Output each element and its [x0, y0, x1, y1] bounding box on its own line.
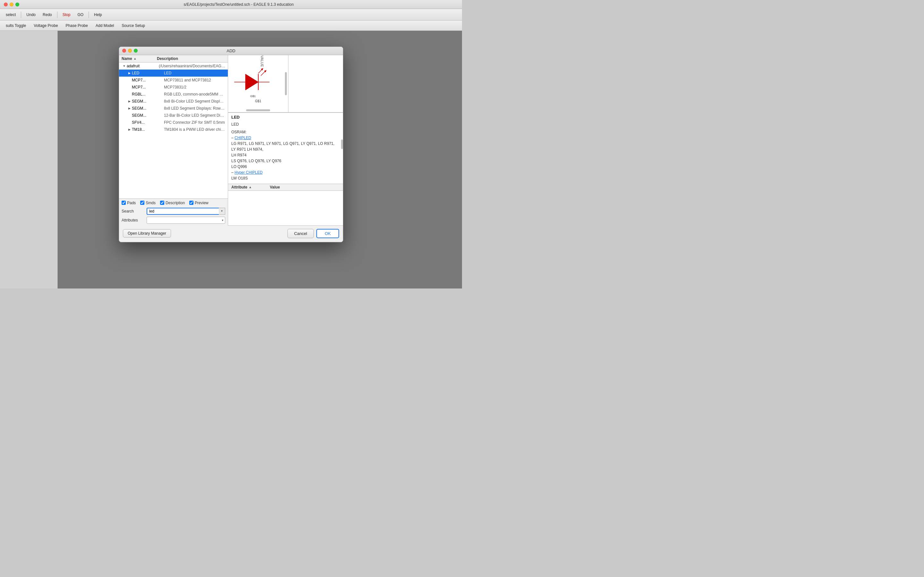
- chipled-link[interactable]: CHIPLED: [234, 135, 251, 140]
- tree-item-segm2[interactable]: ▶ SEGM... 8x8 LED Segment Displays: Row …: [119, 105, 228, 112]
- tree-item-tm18-name: TM18...: [132, 127, 164, 132]
- dialog-title: ADD: [226, 48, 235, 53]
- desc-line-2: LG R971, LG N971, LY N971, LG Q971, LY Q…: [231, 141, 340, 152]
- symbol-preview: G$1 >VALUE G$1: [228, 55, 288, 113]
- tree-item-tm18[interactable]: ▶ TM18... TM1804 is a PWM LED driver chi…: [119, 126, 228, 133]
- tree-item-segm1-name: SEGM...: [132, 99, 164, 103]
- desc-line-0: OSRAM:: [231, 129, 340, 135]
- tree-item-segm1-desc: 8x8 Bi-Color LED Segment Displays: Row =…: [164, 99, 225, 103]
- tree-desc-col-header: Description: [157, 56, 225, 61]
- tree-expand-led[interactable]: ▶: [127, 71, 132, 76]
- search-row: Search ▼: [121, 208, 225, 215]
- attr-value-col: Value: [270, 185, 340, 189]
- dialog-minimize-btn[interactable]: [128, 49, 132, 53]
- tree-item-mcp2-desc: MCP73831/2: [164, 85, 225, 89]
- tree-expand-segm2[interactable]: ▶: [127, 106, 132, 111]
- cancel-button[interactable]: Cancel: [288, 229, 314, 238]
- tree-item-led[interactable]: ▶ LED LED: [119, 69, 228, 77]
- preview-hscrollbar[interactable]: [246, 109, 270, 111]
- filter-checkboxes: Pads Smds Description Preview: [121, 201, 225, 205]
- preview-vscrollbar[interactable]: [285, 72, 287, 95]
- tree-item-sfv4[interactable]: ▶ SFV4... FPC Connector ZIF for SMT 0.5m…: [119, 119, 228, 126]
- pads-checkbox[interactable]: [121, 201, 126, 205]
- tree-header: Name ▲ Description: [119, 55, 228, 63]
- tree-item-adafruit-name: adafruit: [127, 64, 159, 68]
- description-panel: LED LED OSRAM: – CHIPLED LG R971, LG N97…: [228, 113, 343, 184]
- tree-item-tm18-desc: TM1804 is a PWM LED driver chip with man…: [164, 127, 225, 132]
- dialog-action-buttons: Cancel OK: [288, 229, 339, 238]
- tree-item-rgbl-desc: RGB LED, common-anode5MM Staggered pins5…: [164, 92, 225, 97]
- desc-scrollbar-thumb[interactable]: [341, 139, 343, 149]
- tree-item-led-name: LED: [132, 71, 164, 75]
- value-label: >VALUE: [260, 55, 264, 67]
- attributes-panel: Attribute ▲ Value: [228, 184, 343, 226]
- tree-item-rgbl-name: RGBL...: [132, 92, 164, 97]
- smds-checkbox-label[interactable]: Smds: [140, 201, 156, 205]
- svg-marker-2: [246, 74, 258, 90]
- attr-sort-icon: ▲: [249, 185, 252, 189]
- open-library-manager-button[interactable]: Open Library Manager: [123, 229, 171, 237]
- tree-item-mcp1-name: MCP7...: [132, 78, 164, 82]
- attr-table-header: Attribute ▲ Value: [228, 184, 343, 191]
- tree-item-segm1[interactable]: ▶ SEGM... 8x8 Bi-Color LED Segment Displ…: [119, 98, 228, 105]
- preview-right-panel: [288, 55, 343, 113]
- desc-line-4: LS Q976, LO Q976, LY Q976: [231, 158, 340, 164]
- attributes-select-container: ▼: [147, 217, 225, 224]
- desc-line-6: – Hyper CHIPLED: [231, 169, 340, 175]
- desc-title: LED: [228, 113, 343, 120]
- tree-expand-tm18[interactable]: ▶: [127, 127, 132, 132]
- tree-item-segm3-desc: 12-Bar Bi-Color LED Segment Displays: Ro…: [164, 113, 225, 118]
- tree-expand-adafruit[interactable]: ▼: [121, 63, 127, 69]
- attr-name-col: Attribute ▲: [231, 185, 270, 189]
- pads-checkbox-label[interactable]: Pads: [121, 201, 136, 205]
- description-checkbox[interactable]: [160, 201, 164, 205]
- preview-area: G$1 >VALUE G$1: [228, 55, 343, 113]
- search-dropdown-btn[interactable]: ▼: [219, 208, 225, 215]
- dialog-titlebar: ADD: [119, 47, 343, 55]
- attributes-label: Attributes: [121, 218, 144, 222]
- component-tree-panel: Name ▲ Description ▼ adafruit (/Users/re…: [119, 55, 228, 226]
- search-input[interactable]: [147, 208, 225, 215]
- tree-item-segm2-desc: 8x8 LED Segment Displays: Row = Cathode: [164, 106, 225, 111]
- description-checkbox-label[interactable]: Description: [160, 201, 185, 205]
- preview-bottom-border: [228, 112, 343, 113]
- desc-subtitle: LED: [231, 121, 340, 127]
- right-panel: G$1 >VALUE G$1: [228, 55, 343, 226]
- tree-content[interactable]: ▼ adafruit (/Users/rehaanirani/Documents…: [119, 63, 228, 198]
- preview-checkbox-label[interactable]: Preview: [189, 201, 208, 205]
- tree-expand-segm1[interactable]: ▶: [127, 99, 132, 104]
- dialog-body: Name ▲ Description ▼ adafruit (/Users/re…: [119, 55, 343, 226]
- desc-line-3: LH R974: [231, 152, 340, 158]
- tree-item-mcp2[interactable]: ▶ MCP7... MCP73831/2: [119, 84, 228, 91]
- sort-arrow-icon: ▲: [134, 57, 137, 60]
- modal-overlay: ADD Name ▲ Description ▼ adafruit: [0, 0, 462, 288]
- add-dialog: ADD Name ▲ Description ▼ adafruit: [119, 47, 343, 242]
- tree-item-segm3[interactable]: ▶ SEGM... 12-Bar Bi-Color LED Segment Di…: [119, 112, 228, 119]
- tree-item-sfv4-name: SFV4...: [132, 120, 164, 125]
- hyper-chipled-link[interactable]: Hyper CHIPLED: [234, 170, 262, 175]
- dialog-traffic-lights[interactable]: [122, 49, 137, 53]
- search-input-container: ▼: [147, 208, 225, 215]
- tree-item-adafruit[interactable]: ▼ adafruit (/Users/rehaanirani/Documents…: [119, 63, 228, 69]
- attributes-select[interactable]: [147, 217, 225, 224]
- desc-line-7: LW O18S: [231, 175, 340, 181]
- tree-item-mcp1-desc: MCP73811 and MCP73812: [164, 78, 225, 82]
- tree-item-rgbl[interactable]: ▶ RGBL... RGB LED, common-anode5MM Stagg…: [119, 91, 228, 98]
- dialog-footer: Open Library Manager Cancel OK: [119, 226, 343, 242]
- search-label: Search: [121, 209, 144, 213]
- dialog-maximize-btn[interactable]: [134, 49, 137, 53]
- desc-content[interactable]: LED OSRAM: – CHIPLED LG R971, LG N971, L…: [228, 120, 343, 184]
- ok-button[interactable]: OK: [317, 229, 339, 238]
- tree-item-mcp1[interactable]: ▶ MCP7... MCP73811 and MCP73812: [119, 77, 228, 84]
- tree-item-adafruit-desc: (/Users/rehaanirani/Documents/EAGLE/libr…: [159, 64, 225, 68]
- tree-item-led-desc: LED: [164, 71, 225, 75]
- preview-checkbox[interactable]: [189, 201, 194, 205]
- tree-item-sfv4-desc: FPC Connector ZIF for SMT 0.5mm: [164, 120, 225, 125]
- dialog-close-btn[interactable]: [122, 49, 126, 53]
- svg-text:G$1: G$1: [250, 95, 256, 98]
- tree-item-segm3-name: SEGM...: [132, 113, 164, 118]
- desc-line-5: LO Q996: [231, 164, 340, 169]
- smds-checkbox[interactable]: [140, 201, 144, 205]
- attr-table-body: [228, 191, 343, 219]
- tree-name-col-header: Name ▲: [121, 56, 157, 61]
